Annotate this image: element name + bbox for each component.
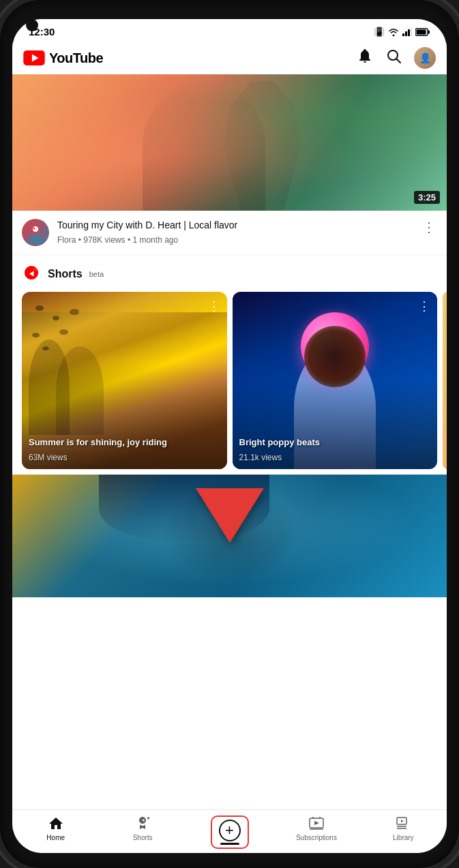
phone-screen: 12:30 📳 [12, 19, 447, 853]
youtube-logo-icon [23, 50, 45, 65]
video-details: Touring my City with D. Heart | Local fl… [57, 219, 413, 245]
shorts-nav-icon [134, 815, 151, 832]
channel-avatar[interactable] [22, 219, 49, 246]
notification-icon[interactable] [357, 48, 373, 68]
short-more-icon-2[interactable]: ⋮ [418, 299, 430, 314]
shorts-beta-label: beta [89, 270, 104, 278]
user-avatar[interactable]: 👤 [414, 47, 436, 69]
signal-icon [402, 28, 412, 36]
status-icons: 📳 [374, 27, 430, 37]
battery-icon [415, 28, 430, 36]
shorts-header: Shorts beta [12, 265, 447, 292]
svg-rect-1 [405, 31, 407, 36]
short-card-overflow [443, 292, 447, 469]
short-views-1: 63M views [29, 453, 68, 462]
content-area: 3:25 Touring my City with D. Hear [12, 74, 447, 809]
home-icon [48, 815, 64, 832]
subscriptions-icon [308, 815, 325, 832]
create-button-wrapper[interactable]: + [211, 815, 249, 849]
nav-home-label: Home [46, 834, 65, 841]
video-duration: 3:25 [414, 191, 440, 204]
svg-rect-2 [408, 29, 410, 36]
youtube-logo-text: YouTube [49, 50, 103, 66]
nav-library-label: Library [393, 834, 414, 841]
nav-home[interactable]: Home [12, 815, 99, 841]
create-line-decoration [220, 843, 239, 845]
shorts-section: Shorts beta [12, 255, 447, 469]
bottom-nav: Home Shorts + [12, 809, 447, 853]
svg-rect-3 [411, 28, 412, 36]
short-more-icon-1[interactable]: ⋮ [208, 299, 220, 314]
nav-shorts-label: Shorts [133, 834, 153, 841]
yt-logo[interactable]: YouTube [23, 50, 103, 66]
nav-library[interactable]: Library [360, 815, 447, 841]
arrow-overlay [196, 488, 264, 543]
svg-line-10 [397, 59, 401, 63]
featured-thumbnail[interactable]: 3:25 [12, 74, 447, 211]
vibrate-icon: 📳 [374, 27, 385, 37]
shorts-label: Shorts [48, 268, 83, 280]
svg-marker-17 [314, 821, 319, 825]
video-more-icon[interactable]: ⋮ [421, 219, 437, 235]
shorts-logo-icon [22, 265, 41, 284]
nav-shorts[interactable]: Shorts [99, 815, 186, 841]
search-icon[interactable] [385, 48, 402, 68]
nav-create[interactable]: + [186, 815, 273, 849]
library-icon [395, 815, 411, 832]
nav-subscriptions-label: Subscriptions [296, 834, 337, 841]
yt-header: YouTube 👤 [12, 42, 447, 74]
svg-point-14 [33, 228, 35, 230]
next-section-thumbnail[interactable] [12, 475, 447, 597]
short-views-2: 21.1k views [239, 453, 282, 462]
header-actions: 👤 [357, 47, 436, 69]
create-plus-icon: + [219, 820, 241, 841]
camera-notch [26, 19, 38, 31]
video-info-row: Touring my City with D. Heart | Local fl… [12, 211, 447, 255]
red-arrow-icon [196, 488, 264, 543]
video-meta: Flora • 978K views • 1 month ago [57, 235, 413, 245]
wifi-icon [388, 28, 399, 36]
svg-rect-0 [402, 33, 404, 36]
status-bar: 12:30 📳 [12, 19, 447, 42]
svg-rect-6 [417, 29, 426, 34]
short-card-2[interactable]: ⋮ Bright poppy beats 21.1k views [233, 292, 438, 469]
short-title-2: Bright poppy beats [239, 437, 431, 449]
nav-subscriptions[interactable]: Subscriptions [273, 815, 359, 841]
short-card-1[interactable]: ⋮ Summer is for shining, joy riding 63M … [22, 292, 227, 469]
short-title-1: Summer is for shining, joy riding [29, 437, 220, 449]
svg-marker-21 [401, 820, 404, 822]
svg-rect-5 [428, 30, 430, 33]
video-title[interactable]: Touring my City with D. Heart | Local fl… [57, 219, 413, 233]
shorts-grid: ⋮ Summer is for shining, joy riding 63M … [12, 292, 447, 469]
phone-frame: 12:30 📳 [0, 0, 459, 868]
svg-point-12 [29, 235, 42, 243]
